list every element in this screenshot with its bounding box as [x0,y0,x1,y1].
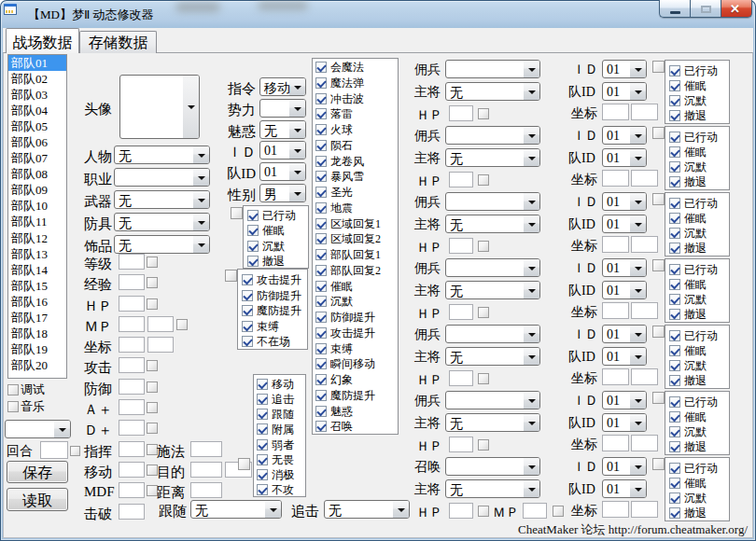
stat-input[interactable] [119,357,145,373]
buff-checkbox[interactable] [242,305,253,316]
save-button[interactable]: 保存 [7,461,68,483]
squad-status-row[interactable]: 催眠 [665,344,729,359]
squad-status-enable-checkbox[interactable] [652,259,665,271]
squad-status-checkbox[interactable] [669,95,680,106]
extra-input[interactable] [190,482,222,498]
coord-y-input[interactable] [631,368,658,385]
troop-list-item[interactable]: 部队10 [8,198,66,214]
stat-input[interactable] [119,337,145,353]
squad-status-row[interactable]: 已行动 [665,64,729,79]
behavior-checkbox[interactable] [257,469,268,480]
squad-combobox[interactable] [445,457,540,476]
stat-checkbox[interactable] [147,277,158,288]
mp-input[interactable] [523,503,547,519]
troop-list-item[interactable]: 部队07 [8,150,66,166]
stat-checkbox[interactable] [147,257,158,268]
squad-status-checkbox[interactable] [669,507,680,519]
squad-status-row[interactable]: 沉默 [665,227,729,242]
squad-status-row[interactable]: 沉默 [665,160,729,175]
hp-checkbox[interactable] [478,373,489,384]
squad-status-row[interactable]: 催眠 [665,278,729,293]
skill-check-row[interactable]: 落雷 [313,107,398,123]
stat-input[interactable] [119,296,145,312]
behavior-checkbox[interactable] [257,439,268,451]
stat-input[interactable] [119,504,145,520]
hp-input[interactable] [449,238,473,254]
stat-checkbox[interactable] [176,319,188,330]
squad-status-checkbox[interactable] [669,279,680,290]
skill-checkbox[interactable] [315,312,327,323]
follow-combobox[interactable]: 无 [190,500,282,519]
troop-list-item[interactable]: 部队12 [8,230,66,246]
music-checkbox[interactable] [7,401,19,412]
troop-list-item[interactable]: 部队08 [8,166,66,182]
squad-status-enable-checkbox[interactable] [652,127,665,139]
squad-status-row[interactable]: 沉默 [665,293,729,308]
skill-check-row[interactable]: 会魔法 [313,61,398,76]
skill-checkbox[interactable] [315,374,327,385]
leader-combobox[interactable]: 无 [445,347,540,366]
coord-y-input[interactable] [631,170,658,187]
buff-check-row[interactable]: 束缚 [238,320,307,336]
skill-checkbox[interactable] [315,296,327,307]
squad-status-checkbox[interactable] [669,396,680,408]
skill-checkbox[interactable] [315,358,327,369]
troop-list-item[interactable]: 部队01 [8,55,66,71]
stat-input[interactable] [119,254,145,270]
squad-status-row[interactable]: 撤退 [665,175,729,190]
team-id-combobox[interactable]: 01 [602,148,647,167]
squad-status-checkbox[interactable] [669,330,680,341]
hp-checkbox[interactable] [478,439,489,451]
skill-check-row[interactable]: 地震 [313,201,398,217]
skill-checkbox[interactable] [315,171,327,182]
squad-status-checkbox[interactable] [669,294,680,305]
buff-checkbox[interactable] [242,321,253,332]
squad-status-checkbox[interactable] [669,213,680,224]
behavior-check-row[interactable]: 附属 [254,423,305,437]
coord-x-input[interactable] [602,501,629,518]
squad-combobox[interactable] [445,192,540,211]
squad-status-row[interactable]: 撤退 [665,308,729,323]
hp-input[interactable] [449,105,473,121]
coord-x-input[interactable] [602,302,629,319]
skill-check-row[interactable]: 部队回复1 [313,248,398,264]
avatar-combobox[interactable] [119,75,200,139]
stat-checkbox[interactable] [147,402,158,413]
squad-status-row[interactable]: 沉默 [665,359,729,374]
coord-x-input[interactable] [602,368,629,385]
coord-y-input[interactable] [631,236,658,253]
squad-status-row[interactable]: 已行动 [665,462,729,477]
command-combobox[interactable]: 男 [259,184,306,202]
id-combobox[interactable]: 01 [602,192,647,211]
behavior-checkbox[interactable] [257,454,268,465]
hp-input[interactable] [449,370,473,386]
squad-status-row[interactable]: 催眠 [665,79,729,94]
mp-checkbox[interactable] [553,506,564,517]
skill-check-row[interactable]: 部队回复2 [313,264,398,280]
squad-status-checkbox[interactable] [669,426,680,437]
squad-status-row[interactable]: 已行动 [665,131,729,146]
troop-list-item[interactable]: 部队09 [8,182,66,198]
squad-status-checkbox[interactable] [669,345,680,356]
hp-input[interactable] [449,172,473,187]
command-combobox[interactable]: 无 [259,120,306,139]
behavior-check-row[interactable]: 不攻 [254,483,305,498]
skill-check-row[interactable]: 区域回复1 [313,217,398,233]
squad-status-enable-checkbox[interactable] [652,458,665,470]
coord-y-input[interactable] [631,302,658,319]
team-id-combobox[interactable]: 01 [602,347,647,366]
hp-checkbox[interactable] [478,241,489,252]
stat-input-2[interactable] [147,337,174,353]
command-combobox[interactable]: 移动 [259,77,306,96]
id-combobox[interactable]: 01 [602,60,647,78]
skill-checkbox[interactable] [315,406,327,417]
skill-check-row[interactable]: 区域回复2 [313,232,398,248]
behavior-checkbox[interactable] [257,394,268,405]
coord-y-input[interactable] [631,104,658,120]
squad-status-row[interactable]: 已行动 [665,197,729,212]
behavior-check-row[interactable]: 弱者 [254,438,305,453]
coord-x-input[interactable] [602,104,629,120]
stat-input[interactable] [119,379,145,395]
debug-checkbox[interactable] [7,384,19,395]
squad-status-checkbox[interactable] [669,198,680,209]
